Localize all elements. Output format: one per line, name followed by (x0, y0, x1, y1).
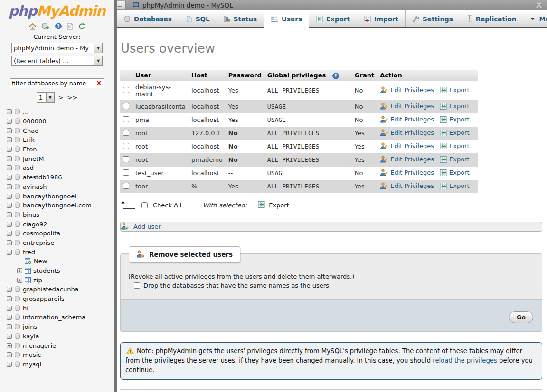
export-user-link[interactable]: Export (440, 86, 470, 93)
row-checkbox[interactable] (123, 143, 129, 149)
expand-node-icon[interactable]: + (7, 119, 12, 124)
tree-db-item-music[interactable]: +music (7, 350, 114, 360)
collapse-node-icon[interactable]: − (7, 250, 12, 255)
expand-node-icon[interactable]: + (7, 137, 12, 142)
expand-node-icon[interactable]: + (7, 315, 12, 320)
docs-icon[interactable] (67, 23, 73, 30)
row-checkbox[interactable] (123, 87, 129, 93)
export-user-link[interactable]: Export (440, 169, 470, 176)
tab-more[interactable]: More (523, 10, 547, 27)
check-all-checkbox[interactable] (141, 202, 148, 208)
row-checkbox[interactable] (123, 103, 129, 109)
expand-node-icon[interactable]: + (7, 212, 12, 217)
reload-icon[interactable] (78, 23, 85, 30)
tree-table-item-students[interactable]: +students (17, 266, 114, 276)
tree-db-item-avinash[interactable]: +avinash (7, 182, 114, 192)
expand-node-icon[interactable]: + (7, 362, 12, 367)
expand-node-icon[interactable]: + (7, 296, 12, 301)
expand-node-icon[interactable]: + (7, 194, 12, 199)
expand-node-icon[interactable]: + (7, 306, 12, 311)
tree-db-item-bancaythongnoel[interactable]: +bancaythongnoel (7, 191, 114, 201)
expand-node-icon[interactable]: + (7, 165, 12, 170)
edit-privileges-link[interactable]: Edit Privileges (380, 116, 434, 123)
expand-node-icon[interactable]: + (17, 278, 22, 283)
row-checkbox[interactable] (123, 130, 129, 136)
export-user-link[interactable]: Export (440, 116, 470, 123)
tree-db-item-000000[interactable]: +000000 (7, 117, 114, 126)
row-checkbox[interactable] (123, 156, 129, 162)
tab-status[interactable]: Status (217, 10, 264, 27)
check-all-label[interactable]: Check All (153, 202, 181, 209)
tab-export[interactable]: Export (309, 10, 357, 27)
edit-privileges-link[interactable]: Edit Privileges (380, 182, 434, 189)
page-select[interactable]: 1 ▼ (37, 92, 55, 103)
tab-import[interactable]: Import (357, 10, 406, 27)
tree-db-item-chad[interactable]: +Chad (7, 126, 114, 135)
tab-settings[interactable]: Settings (406, 10, 460, 27)
drop-databases-label[interactable]: Drop the databases that have the same na… (143, 282, 331, 289)
tree-db-item--[interactable]: +... (7, 107, 114, 117)
tree-db-item-eton[interactable]: +Eton (7, 145, 114, 154)
export-user-link[interactable]: Export (440, 103, 470, 110)
expand-node-icon[interactable]: + (7, 334, 12, 339)
tree-db-item-entreprise[interactable]: +entreprise (7, 238, 114, 248)
edit-privileges-link[interactable]: Edit Privileges (380, 142, 434, 149)
tree-db-item-graphistedacunha[interactable]: +graphistedacunha (7, 285, 114, 294)
tree-db-item-bancaythongnoel-com[interactable]: +bancaythongnoel.com (7, 201, 114, 210)
help-icon[interactable]: ? (332, 73, 339, 79)
tree-db-item-information-schema[interactable]: +information_schema (7, 313, 114, 322)
row-checkbox[interactable] (123, 183, 129, 189)
phpmyadmin-logo[interactable]: phpMyAdmin (0, 3, 114, 19)
expand-node-icon[interactable]: + (17, 268, 22, 273)
clear-filter-icon[interactable]: X (94, 80, 104, 87)
tree-db-item-janetm[interactable]: +JanetM (7, 154, 114, 163)
export-user-link[interactable]: Export (440, 182, 470, 189)
recent-tables-select[interactable]: (Recent tables) ... ▼ (11, 56, 103, 66)
tab-users[interactable]: Users (264, 10, 309, 27)
expand-node-icon[interactable]: + (7, 231, 12, 236)
with-selected-export-button[interactable]: Export (258, 201, 289, 209)
edit-privileges-link[interactable]: Edit Privileges (380, 156, 434, 163)
tree-db-item-mysql[interactable]: +mysql (7, 360, 114, 369)
tab-sql[interactable]: SQL (179, 10, 217, 27)
tab-replication[interactable]: Replication (460, 10, 524, 27)
reload-privileges-link[interactable]: reload the privileges (433, 357, 497, 364)
tree-db-item-atestdb1986[interactable]: +atestdb1986 (7, 173, 114, 182)
tree-db-item-joins[interactable]: +joins (7, 322, 114, 332)
expand-node-icon[interactable]: + (7, 156, 12, 161)
tree-db-item-ciago92[interactable]: +ciago92 (7, 219, 114, 229)
expand-node-icon[interactable]: + (7, 203, 12, 208)
chevron-down-icon[interactable]: ▼ (94, 43, 102, 53)
collapse-panel-icon[interactable] (535, 2, 543, 9)
expand-node-icon[interactable]: + (7, 352, 12, 357)
row-checkbox[interactable] (123, 116, 129, 122)
server-select[interactable]: phpMyAdmin demo - My ▼ (11, 43, 103, 53)
tab-databases[interactable]: Databases (117, 10, 179, 27)
last-page-link[interactable]: >> (67, 94, 78, 101)
tree-db-item-erik[interactable]: +Erik (7, 135, 114, 145)
expand-node-icon[interactable]: + (7, 287, 12, 292)
drop-databases-checkbox[interactable] (134, 282, 140, 289)
edit-privileges-link[interactable]: Edit Privileges (380, 169, 434, 176)
expand-node-icon[interactable]: + (7, 128, 12, 133)
tree-table-item-new[interactable]: New (17, 257, 114, 266)
expand-node-icon[interactable]: + (7, 109, 12, 114)
help-icon[interactable]: ? (55, 23, 62, 29)
expand-node-icon[interactable]: + (7, 324, 12, 329)
add-user-link[interactable]: Add user (121, 222, 161, 231)
tree-table-item-zip[interactable]: +zip (17, 275, 114, 285)
go-button[interactable]: Go (509, 311, 533, 323)
tree-db-item-kayla[interactable]: +kayla (7, 332, 114, 341)
database-filter-input[interactable] (10, 80, 94, 87)
tree-db-item-menagerie[interactable]: +menagerie (7, 341, 114, 350)
tree-db-item-cosmopolita[interactable]: +cosmopolita (7, 229, 114, 238)
chevron-down-icon[interactable]: ▼ (46, 93, 54, 102)
export-user-link[interactable]: Export (440, 142, 470, 149)
panel-resize-handle[interactable] (114, 0, 117, 392)
row-checkbox[interactable] (123, 169, 129, 176)
edit-privileges-link[interactable]: Edit Privileges (380, 86, 434, 93)
tree-db-item-asd[interactable]: +asd (7, 163, 114, 173)
tree-db-item-binus[interactable]: +binus (7, 210, 114, 220)
next-page-link[interactable]: > (58, 94, 64, 101)
export-user-link[interactable]: Export (440, 156, 470, 163)
